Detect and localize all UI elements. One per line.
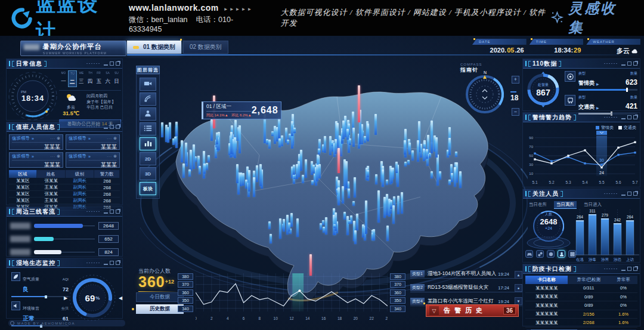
compass-dial[interactable] bbox=[464, 73, 506, 115]
checkpoint-rows: 某某某某某0/3110%某某某某某0/890%某某某某某0/890%某某某某某2… bbox=[523, 284, 640, 328]
header-tick bbox=[525, 61, 527, 66]
svg-text:0: 0 bbox=[196, 316, 197, 320]
gauge-left-arrow[interactable]: ▶ bbox=[64, 295, 67, 301]
minimize-icon[interactable] bbox=[104, 212, 108, 214]
scroll-mid-button[interactable]: ● bbox=[515, 284, 522, 292]
contact-block: www.lanlanwork.com►►►►► 微信：ben_lanlan电话：… bbox=[129, 3, 261, 33]
checkpoint-col-header[interactable]: 卡口名称 bbox=[525, 276, 568, 284]
week-day: FR五 bbox=[94, 70, 103, 87]
duty-name: 某某某 bbox=[12, 142, 60, 151]
expand-icon[interactable] bbox=[116, 125, 120, 129]
checkpoint-row: 某某某某某0/890% bbox=[525, 293, 637, 302]
layer-button-list[interactable] bbox=[140, 122, 156, 135]
sparkle-star-icon bbox=[550, 10, 565, 26]
today-data-button[interactable]: 今日数据 bbox=[136, 292, 184, 302]
more-icon[interactable]: ··· bbox=[107, 155, 112, 158]
chart-icon bbox=[144, 140, 152, 148]
minimize-icon[interactable] bbox=[104, 128, 108, 129]
layer-button-板块[interactable]: 板块 bbox=[140, 182, 156, 195]
checkpoint-col-header[interactable]: 异常/已检测 bbox=[568, 276, 609, 284]
close-icon[interactable]: ⊗ bbox=[113, 154, 117, 159]
window-icon[interactable] bbox=[110, 209, 114, 214]
target-icon[interactable] bbox=[547, 250, 555, 258]
close-icon[interactable]: ⊗ bbox=[57, 136, 60, 141]
gauge-right-arrow[interactable]: ◀ bbox=[119, 295, 122, 301]
legend-item: 交通类 bbox=[618, 125, 636, 131]
duty-col-header[interactable]: 区域 bbox=[9, 170, 37, 178]
alert-type-badge: 类型4 bbox=[410, 298, 425, 305]
duty-leader-cards: 值班领导»···⊗某某某值班领导»···⊗某某某值班领导»···⊗某某某值班领导… bbox=[7, 132, 122, 170]
window-icon[interactable] bbox=[627, 192, 631, 196]
layer-button-3D[interactable]: 3D bbox=[140, 167, 156, 180]
layer-button-chart[interactable] bbox=[140, 137, 156, 150]
close-icon[interactable]: ⊗ bbox=[57, 154, 60, 159]
window-icon[interactable] bbox=[110, 61, 114, 66]
tab-data-category-2[interactable]: 02 数据类别 bbox=[183, 41, 228, 54]
week-row: MO一TU二WE三TH四FR五SA六SU日 bbox=[59, 70, 121, 87]
window-icon[interactable] bbox=[627, 267, 631, 271]
window-icon[interactable] bbox=[110, 125, 114, 129]
window-icon[interactable] bbox=[110, 261, 114, 265]
minimize-icon[interactable] bbox=[621, 195, 626, 196]
focus-category-icons bbox=[525, 250, 576, 258]
minimize-icon[interactable] bbox=[104, 264, 108, 265]
car-icon[interactable] bbox=[525, 250, 533, 258]
duty-col-header[interactable]: 级别 bbox=[66, 170, 94, 178]
tab-data-category-1[interactable]: 01 数据类别 bbox=[127, 41, 181, 54]
person-icon[interactable] bbox=[558, 250, 565, 258]
alert-history-count: 36 bbox=[503, 307, 516, 314]
link-icon[interactable] bbox=[536, 250, 544, 258]
duty-col-header[interactable]: 姓名 bbox=[37, 170, 66, 178]
expand-icon[interactable] bbox=[116, 261, 120, 265]
duty-col-header[interactable]: 警力数 bbox=[94, 170, 120, 178]
week-day: SU日 bbox=[112, 70, 121, 87]
expand-icon[interactable] bbox=[633, 267, 637, 271]
time-label: TIME bbox=[530, 39, 584, 45]
window-icon[interactable] bbox=[627, 115, 631, 119]
expand-icon[interactable] bbox=[633, 61, 637, 66]
checkpoint-col-header[interactable]: 异常率 bbox=[609, 276, 637, 284]
panel-title: 周边三线客流 bbox=[16, 208, 55, 216]
more-icon[interactable]: ··· bbox=[50, 155, 55, 158]
duty-table: 区域姓名级别警力数某某区张某某副局长268某某区王某某副局长268某某区张某某副… bbox=[7, 170, 122, 211]
zoom-in-button[interactable]: + bbox=[512, 76, 519, 84]
scroll-up-button[interactable]: ▲ bbox=[515, 271, 522, 279]
close-icon[interactable]: ⊗ bbox=[113, 136, 117, 141]
minimize-icon[interactable] bbox=[104, 64, 108, 66]
inspiration-collect[interactable]: 灵感收集 bbox=[550, 0, 630, 37]
panel-title: 警情警力趋势 bbox=[532, 113, 572, 122]
minimize-icon[interactable] bbox=[621, 64, 626, 66]
layer-button-2D[interactable]: 2D bbox=[140, 152, 156, 165]
alert-item[interactable]: 类型1湿地3-104片区有不明人员闯入19:24 bbox=[410, 270, 522, 279]
alert-item[interactable]: 类型2RD13-53烟感报警疑似火灾17:24 bbox=[410, 283, 522, 292]
layer-button-radar[interactable] bbox=[140, 92, 156, 106]
services-list: 大数据可视化设计 / 软件界面设计 / 网站建设 / 手机及小程序设计 / 软件… bbox=[281, 7, 550, 29]
alert-history-button[interactable]: ▽ 告警历史 36 bbox=[426, 304, 519, 317]
expand-icon[interactable] bbox=[633, 192, 637, 196]
y-tick: 360 bbox=[390, 289, 405, 296]
panel-110-data: 110数据 处警量 867 类型警情类▶数量623类型交通类▶数量421 bbox=[522, 58, 640, 111]
zoom-out-button[interactable]: − bbox=[512, 108, 519, 116]
alert-type-badge: 类型2 bbox=[410, 284, 425, 291]
panel-duty-staff: 值班人员信息 值班领导»···⊗某某某值班领导»···⊗某某某值班领导»···⊗… bbox=[6, 122, 123, 205]
svg-text:10: 10 bbox=[274, 316, 278, 320]
website-link[interactable]: www.lanlanwork.com bbox=[129, 3, 219, 13]
history-data-button[interactable]: 历史数据 bbox=[136, 304, 184, 314]
more-icon[interactable]: ··· bbox=[107, 137, 112, 140]
layer-button-camera[interactable] bbox=[140, 78, 156, 91]
window-icon[interactable] bbox=[627, 61, 631, 66]
svg-text:5.1: 5.1 bbox=[532, 180, 537, 184]
y-tick: 360 bbox=[178, 289, 193, 296]
svg-text:242: 242 bbox=[614, 218, 621, 222]
layer-button-person[interactable] bbox=[140, 107, 156, 121]
expand-icon[interactable] bbox=[116, 209, 120, 214]
minimize-icon[interactable] bbox=[621, 270, 626, 271]
platform-title: 暑期办公协作平台 bbox=[42, 42, 102, 51]
more-icon[interactable]: ··· bbox=[50, 137, 55, 140]
minimize-icon[interactable] bbox=[621, 118, 626, 119]
clock-time: 18:34 bbox=[21, 94, 44, 103]
header-tick bbox=[9, 209, 10, 214]
expand-icon[interactable] bbox=[633, 115, 637, 119]
expand-icon[interactable] bbox=[116, 61, 120, 66]
tab-pill-icon bbox=[133, 46, 139, 49]
